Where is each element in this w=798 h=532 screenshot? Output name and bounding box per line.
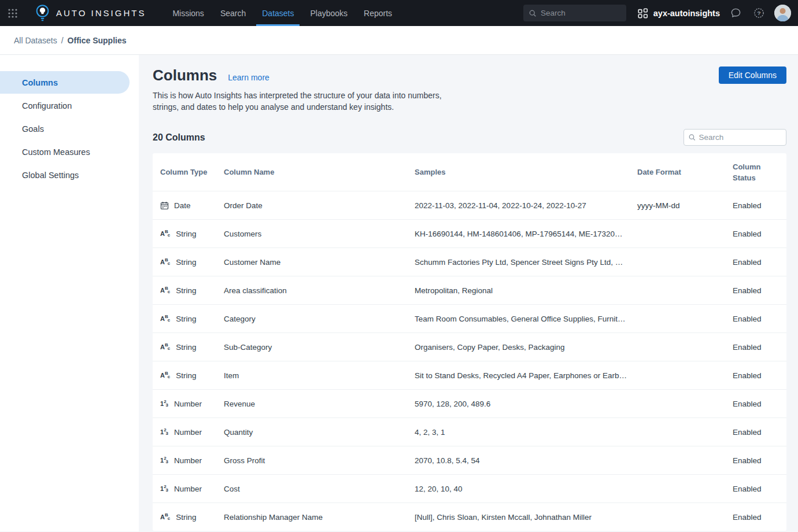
table-row: 123NumberRevenue5970, 128, 200, 489.6Ena… bbox=[153, 389, 786, 418]
sidebar-item-custom-measures[interactable]: Custom Measures bbox=[0, 141, 139, 163]
column-samples: Metropolitan, Regional bbox=[415, 286, 637, 295]
learn-more-link[interactable]: Learn more bbox=[228, 73, 269, 82]
table-row: ABcStringSub-CategoryOrganisers, Copy Pa… bbox=[153, 332, 786, 361]
brand[interactable]: AUTO INSIGHTS bbox=[36, 5, 146, 22]
column-status: Enabled bbox=[733, 230, 786, 238]
table-row: ABcStringCustomersKH-16690144, HM-148601… bbox=[153, 219, 786, 247]
string-icon: ABc bbox=[160, 344, 171, 350]
column-type-label: String bbox=[176, 343, 196, 352]
column-name: Revenue bbox=[224, 400, 415, 408]
sidebar-item-columns[interactable]: Columns bbox=[0, 71, 130, 94]
page-title: Columns bbox=[153, 66, 217, 84]
column-header-column-status: Column Status bbox=[733, 161, 786, 183]
date-format: yyyy-MM-dd bbox=[637, 201, 733, 210]
breadcrumb: All Datasets / Office Supplies bbox=[0, 26, 798, 55]
column-status: Enabled bbox=[733, 513, 786, 522]
column-status: Enabled bbox=[733, 343, 786, 352]
calendar-icon bbox=[160, 201, 169, 210]
navbar-search-input[interactable] bbox=[541, 9, 620, 17]
breadcrumb-all-datasets[interactable]: All Datasets bbox=[14, 36, 57, 45]
navbar-search[interactable] bbox=[523, 5, 626, 21]
table-row: ABcStringCustomer NameSchumm Factories P… bbox=[153, 247, 786, 276]
table-row: 123NumberGross Profit2070, 10.8, 5.4, 54… bbox=[153, 446, 786, 474]
settings-sidebar: ColumnsConfigurationGoalsCustom Measures… bbox=[0, 55, 139, 531]
top-navbar: AUTO INSIGHTS MissionsSearchDatasetsPlay… bbox=[0, 0, 798, 26]
lightbulb-logo-icon bbox=[36, 5, 49, 22]
number-icon: 123 bbox=[160, 401, 169, 407]
search-icon bbox=[529, 9, 536, 17]
brand-name: AUTO INSIGHTS bbox=[56, 8, 146, 18]
table-row: ABcStringItemSit to Stand Desks, Recycle… bbox=[153, 361, 786, 389]
nav-tab-search[interactable]: Search bbox=[212, 0, 254, 26]
column-samples: Team Room Consumables, General Office Su… bbox=[415, 315, 637, 323]
help-button[interactable]: ? bbox=[751, 6, 766, 21]
nav-tab-missions[interactable]: Missions bbox=[164, 0, 212, 26]
column-type-label: Date bbox=[174, 201, 191, 210]
workspace-grid-icon bbox=[638, 8, 648, 19]
column-name: Gross Profit bbox=[224, 456, 415, 465]
column-status: Enabled bbox=[733, 371, 786, 380]
sidebar-item-goals[interactable]: Goals bbox=[0, 117, 139, 140]
number-icon: 123 bbox=[160, 457, 169, 464]
columns-table: Column TypeColumn NameSamplesDate Format… bbox=[153, 153, 786, 531]
column-type-label: Number bbox=[174, 400, 202, 408]
feedback-chat-button[interactable] bbox=[728, 6, 743, 21]
column-status: Enabled bbox=[733, 428, 786, 437]
column-header-date-format: Date Format bbox=[637, 167, 733, 178]
search-icon bbox=[689, 134, 696, 141]
breadcrumb-current: Office Supplies bbox=[68, 36, 127, 45]
column-samples: 4, 2, 3, 1 bbox=[415, 428, 637, 437]
column-samples: 12, 20, 10, 40 bbox=[415, 485, 637, 493]
column-type-label: Number bbox=[174, 428, 202, 437]
nav-tab-playbooks[interactable]: Playbooks bbox=[302, 0, 356, 26]
column-samples: 2070, 10.8, 5.4, 54 bbox=[415, 456, 637, 465]
string-icon: ABc bbox=[160, 372, 171, 379]
column-name: Customers bbox=[224, 230, 415, 238]
column-type-label: String bbox=[176, 258, 196, 267]
column-samples: Schumm Factories Pty Ltd, Spencer Street… bbox=[415, 258, 637, 267]
column-status: Enabled bbox=[733, 485, 786, 493]
edit-columns-button[interactable]: Edit Columns bbox=[719, 66, 786, 84]
table-search-input[interactable] bbox=[699, 133, 781, 142]
sidebar-item-global-settings[interactable]: Global Settings bbox=[0, 164, 139, 186]
column-status: Enabled bbox=[733, 258, 786, 267]
apps-menu-icon[interactable] bbox=[0, 0, 25, 26]
column-name: Category bbox=[224, 315, 415, 323]
table-row: 123NumberQuantity4, 2, 3, 1Enabled bbox=[153, 418, 786, 446]
column-name: Sub-Category bbox=[224, 343, 415, 352]
column-samples: Sit to Stand Desks, Recycled A4 Paper, E… bbox=[415, 371, 637, 380]
column-status: Enabled bbox=[733, 315, 786, 323]
table-row: DateOrder Date2022-11-03, 2022-11-04, 20… bbox=[153, 191, 786, 219]
column-type-label: String bbox=[176, 513, 196, 522]
column-type-label: Number bbox=[174, 456, 202, 465]
sidebar-item-configuration[interactable]: Configuration bbox=[0, 94, 139, 117]
column-samples: [Null], Chris Sloan, Kirsten Mccall, Joh… bbox=[415, 513, 637, 522]
column-name: Order Date bbox=[224, 201, 415, 210]
table-header-row: Column TypeColumn NameSamplesDate Format… bbox=[153, 153, 786, 191]
workspace-name: ayx-autoinsights bbox=[653, 9, 720, 18]
column-header-column-name: Column Name bbox=[224, 167, 415, 178]
column-name: Item bbox=[224, 371, 415, 380]
svg-text:?: ? bbox=[757, 10, 760, 16]
workspace-switcher[interactable]: ayx-autoinsights bbox=[638, 8, 720, 19]
column-status: Enabled bbox=[733, 400, 786, 408]
column-type-label: String bbox=[176, 371, 196, 380]
nav-tab-datasets[interactable]: Datasets bbox=[254, 0, 302, 26]
columns-count: 20 Columns bbox=[153, 132, 205, 143]
column-type-label: String bbox=[176, 286, 196, 295]
number-icon: 123 bbox=[160, 429, 169, 435]
column-samples: Organisers, Copy Paper, Desks, Packaging bbox=[415, 343, 637, 352]
table-row: 123NumberCost12, 20, 10, 40Enabled bbox=[153, 474, 786, 503]
column-samples: 2022-11-03, 2022-11-04, 2022-10-24, 2022… bbox=[415, 201, 637, 210]
breadcrumb-separator: / bbox=[61, 36, 64, 45]
page-description: This is how Auto Insights has interprete… bbox=[153, 90, 465, 113]
string-icon: ABc bbox=[160, 316, 171, 322]
primary-nav: MissionsSearchDatasetsPlaybooksReports bbox=[164, 0, 400, 26]
table-search[interactable] bbox=[684, 129, 786, 146]
column-name: Customer Name bbox=[224, 258, 415, 267]
nav-tab-reports[interactable]: Reports bbox=[356, 0, 400, 26]
avatar-photo bbox=[774, 5, 791, 21]
string-icon: ABc bbox=[160, 259, 171, 265]
table-row: ABcStringCategoryTeam Room Consumables, … bbox=[153, 304, 786, 332]
user-avatar[interactable] bbox=[774, 5, 791, 21]
